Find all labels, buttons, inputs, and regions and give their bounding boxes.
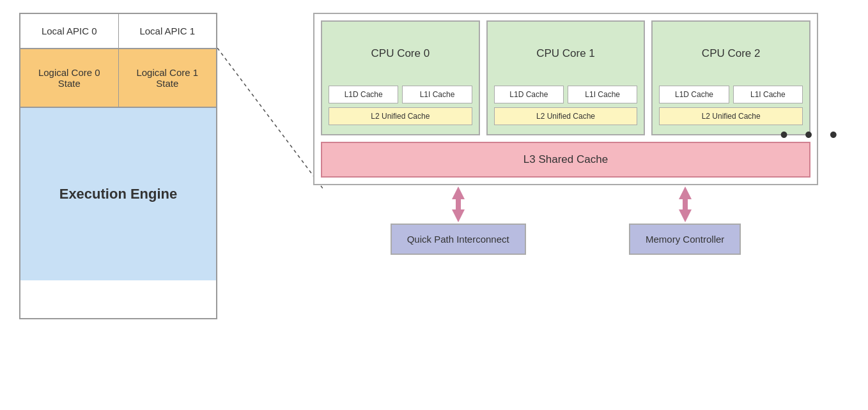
cpu-core-1-l1-row: L1D Cache L1I Cache [494,86,638,103]
apic-0: Local APIC 0 [20,14,119,48]
apic-row: Local APIC 0 Local APIC 1 [20,14,216,49]
cpu-core-2-l1i: L1I Cache [733,86,803,103]
cpu-core-0-l1-row: L1D Cache L1I Cache [329,86,472,103]
cpu-core-0-l2: L2 Unified Cache [329,107,472,125]
cpu-core-2: CPU Core 2 L1D Cache L1I Cache L2 Unifie… [651,20,810,135]
qpi-group: Quick Path Interconnect [391,185,526,255]
logical-cores-row: Logical Core 0State Logical Core 1State [20,49,216,108]
cpu-core-0-l1d: L1D Cache [329,86,398,103]
svg-marker-2 [452,199,465,222]
cpu-core-0-l1i: L1I Cache [402,86,472,103]
svg-line-0 [217,48,323,188]
cpu-core-0-title: CPU Core 0 [329,28,472,86]
cpu-core-2-title: CPU Core 2 [659,28,803,86]
cpu-core-1-l1d: L1D Cache [494,86,564,103]
cpu-diagram: CPU Core 0 L1D Cache L1I Cache L2 Unifie… [313,13,818,255]
cpu-core-1: CPU Core 1 L1D Cache L1I Cache L2 Unifie… [486,20,646,135]
mc-box: Memory Controller [629,224,741,255]
qpi-arrow [447,185,470,224]
execution-engine-label: Execution Engine [59,186,178,202]
qpi-box: Quick Path Interconnect [391,224,526,255]
cores-outer: CPU Core 0 L1D Cache L1I Cache L2 Unifie… [313,13,818,185]
bottom-section: Quick Path Interconnect Memory Controlle… [313,185,818,255]
l3-cache-bar: L3 Shared Cache [321,142,810,178]
cores-row: CPU Core 0 L1D Cache L1I Cache L2 Unifie… [314,14,817,135]
cpu-core-1-l1i: L1I Cache [568,86,637,103]
mc-arrow [674,185,697,224]
apic-1: Local APIC 1 [119,14,217,48]
physical-core-block: Local APIC 0 Local APIC 1 Logical Core 0… [19,13,217,319]
mc-group: Memory Controller [629,185,741,255]
svg-marker-4 [679,199,692,222]
cpu-core-1-title: CPU Core 1 [494,28,638,86]
ellipsis-dots: • • • [780,121,842,148]
cpu-core-2-l1d: L1D Cache [659,86,729,103]
cpu-core-1-l2: L2 Unified Cache [494,107,638,125]
diagram-container: Local APIC 0 Local APIC 1 Logical Core 0… [0,0,868,410]
logical-core-0: Logical Core 0State [20,49,119,107]
cpu-core-2-l1-row: L1D Cache L1I Cache [659,86,803,103]
cpu-core-0: CPU Core 0 L1D Cache L1I Cache L2 Unifie… [321,20,480,135]
logical-core-1: Logical Core 1State [119,49,217,107]
execution-engine: Execution Engine [20,108,216,280]
dotted-connector [217,48,323,188]
